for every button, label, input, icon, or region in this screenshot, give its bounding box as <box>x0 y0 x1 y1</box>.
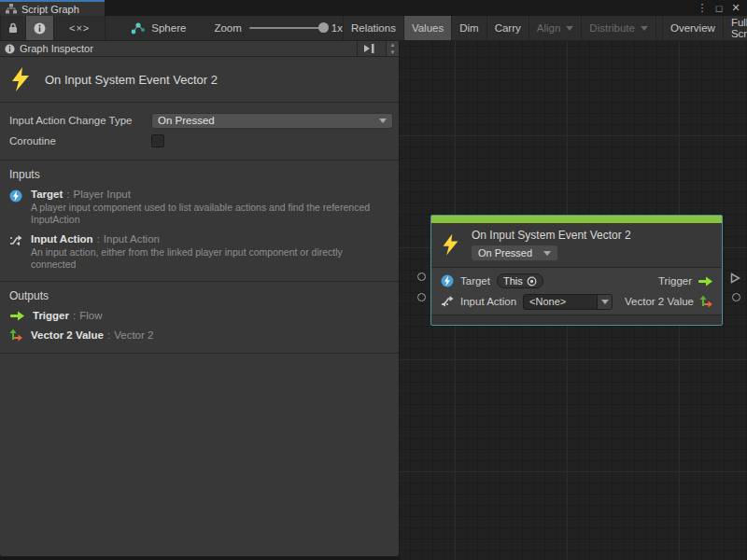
info-icon <box>34 22 46 35</box>
tab-title: Script Graph <box>21 4 79 15</box>
port-description: An input action, either from the linked … <box>31 246 388 270</box>
chevron-down-icon <box>379 119 387 123</box>
coroutine-label: Coroutine <box>9 135 151 147</box>
list-item: Vector 2 Value:Vector 2 <box>9 329 389 342</box>
graph-breadcrumb[interactable]: Sphere <box>130 16 186 40</box>
unity-visual-scripting-window: Script Graph ⋮ □ ✕ <×> <box>0 0 747 560</box>
input-action-dropdown[interactable]: <None> <box>523 294 613 310</box>
object-picker-icon[interactable] <box>527 276 537 287</box>
player-input-icon <box>9 189 23 225</box>
inspector-empty-area <box>0 354 399 556</box>
dim-button[interactable]: Dim <box>452 16 486 40</box>
zoom-slider[interactable] <box>249 27 324 29</box>
menu-icon[interactable]: ⋮ <box>696 2 709 14</box>
vector2-icon <box>9 329 23 342</box>
variables-button[interactable]: <×> <box>54 16 106 40</box>
change-type-value: On Pressed <box>158 115 374 126</box>
flow-port-icon <box>730 273 740 284</box>
unit-settings: Input Action Change Type On Pressed Coro… <box>0 103 399 161</box>
panel-title: Graph Inspector <box>20 43 352 54</box>
dock-panel-button[interactable] <box>357 41 381 56</box>
input-action-icon <box>9 233 23 270</box>
input-port-target[interactable] <box>417 273 426 281</box>
values-button[interactable]: Values <box>404 16 452 40</box>
output-port-trigger[interactable] <box>730 271 740 287</box>
flow-arrow-icon <box>698 276 713 287</box>
zoom-label: Zoom <box>214 22 241 34</box>
distribute-button: Distribute <box>582 16 656 40</box>
align-button: Align <box>529 16 583 40</box>
chevron-down-icon <box>641 26 648 31</box>
zoom-control: Zoom 1x <box>214 16 343 40</box>
relations-button[interactable]: Relations <box>343 16 404 40</box>
close-icon[interactable]: ✕ <box>729 2 742 14</box>
list-item: Trigger:Flow <box>9 310 389 321</box>
variables-icon: <×> <box>69 22 90 34</box>
node-row-input-action: Input Action <None> Vector 2 Value <box>431 291 722 312</box>
scroll-down-icon[interactable]: ▼ <box>387 49 399 56</box>
port-label: Vector 2 Value <box>625 296 694 307</box>
port-name: Input Action <box>31 233 93 245</box>
port-type: Flow <box>79 310 102 321</box>
port-label: Trigger <box>658 275 692 287</box>
zoom-value: 1x <box>331 22 343 34</box>
player-input-icon <box>441 274 454 287</box>
inspector-scrollbar[interactable]: ▲ ▼ <box>386 41 399 56</box>
editor-content: Graph Inspector ▲ ▼ On Input System Even… <box>0 41 747 560</box>
full-screen-button[interactable]: Full Screen <box>724 16 747 40</box>
node-footer <box>431 315 722 325</box>
outputs-section: Outputs Trigger:Flow <box>0 282 399 354</box>
inspector-toggle-button[interactable] <box>26 16 54 40</box>
port-type: Input Action <box>104 233 160 245</box>
port-description: A player input component used to list av… <box>31 202 388 225</box>
coroutine-checkbox[interactable] <box>151 134 164 147</box>
overview-button[interactable]: Overview <box>662 16 724 40</box>
scroll-up-icon[interactable]: ▲ <box>387 41 399 49</box>
port-type: Player Input <box>74 189 131 200</box>
flow-arrow-icon <box>9 311 25 321</box>
inputs-section: Inputs Target:Player Input A player inpu… <box>0 161 399 282</box>
tab-script-graph[interactable]: Script Graph <box>0 0 105 16</box>
port-name: Target <box>31 189 63 200</box>
zoom-slider-handle[interactable] <box>318 22 329 33</box>
change-type-label: Input Action Change Type <box>9 115 151 126</box>
node-mode-dropdown[interactable]: On Pressed <box>472 245 557 260</box>
graph-icon <box>6 4 17 14</box>
carry-button[interactable]: Carry <box>487 16 529 40</box>
unit-title: On Input System Event Vector 2 <box>45 73 218 87</box>
event-node[interactable]: On Input System Event Vector 2 On Presse… <box>430 215 723 326</box>
toolbar-toggle-group: Relations Values Dim Carry Align Distrib… <box>343 16 747 40</box>
list-item: Target:Player Input A player input compo… <box>9 189 389 225</box>
node-header[interactable]: On Input System Event Vector 2 On Presse… <box>431 223 722 268</box>
target-self-toggle[interactable]: This <box>497 273 543 288</box>
output-port-vector2-value[interactable] <box>732 293 740 301</box>
inputs-title: Inputs <box>9 168 389 181</box>
info-icon <box>5 44 15 54</box>
graph-inspector-header: Graph Inspector ▲ ▼ <box>0 41 399 57</box>
port-name: Vector 2 Value <box>31 329 104 341</box>
port-name: Trigger <box>33 310 69 321</box>
chevron-down-icon <box>566 26 573 31</box>
graph-toolbar: <×> Sphere Zoom 1x Relations Values <box>0 16 747 41</box>
tab-bar: Script Graph ⋮ □ ✕ <box>0 0 747 16</box>
node-body: Target This Trigger <box>431 268 722 315</box>
port-type: Vector 2 <box>114 329 153 341</box>
node-event-strip <box>431 216 722 223</box>
node-title: On Input System Event Vector 2 <box>472 229 631 242</box>
input-action-icon <box>441 295 454 308</box>
script-machine-icon <box>130 21 146 35</box>
input-port-input-action[interactable] <box>417 293 426 301</box>
change-type-dropdown[interactable]: On Pressed <box>151 113 393 129</box>
graph-name-label: Sphere <box>151 22 186 34</box>
coroutine-row: Coroutine <box>9 132 395 150</box>
event-bolt-icon <box>441 232 460 257</box>
list-item: Input Action:Input Action An input actio… <box>9 233 389 270</box>
vector2-icon <box>699 295 713 308</box>
maximize-icon[interactable]: □ <box>712 3 726 14</box>
dropdown-button[interactable] <box>597 295 612 309</box>
lock-button[interactable] <box>0 16 26 40</box>
change-type-row: Input Action Change Type On Pressed <box>9 111 395 130</box>
event-bolt-icon <box>9 66 32 92</box>
window-controls: ⋮ □ ✕ <box>696 0 747 16</box>
graph-canvas[interactable]: On Input System Event Vector 2 On Presse… <box>400 41 747 560</box>
